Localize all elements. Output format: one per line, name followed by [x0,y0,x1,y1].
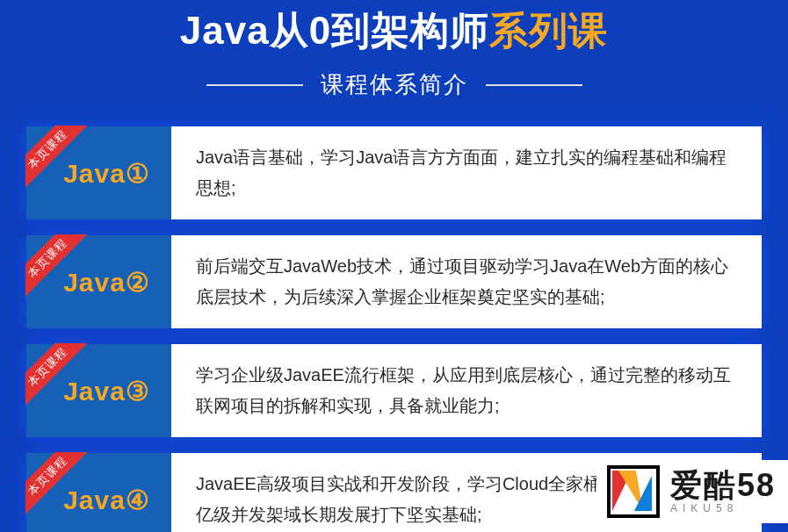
page-header: Java从0到架构师系列课 课程体系简介 [0,0,788,100]
divider-left [206,84,303,86]
card-description: 前后端交互JavaWeb技术，通过项目驱动学习Java在Web方面的核心底层技术… [171,235,762,328]
course-card-2: 本页课程 Java② 前后端交互JavaWeb技术，通过项目驱动学习Java在W… [26,235,762,328]
watermark-text: 爱酷58 AIKU58 [670,470,776,514]
main-title: Java从0到架构师系列课 [180,5,608,57]
stage-label: Java① [63,158,150,189]
watermark-logo-icon [607,465,660,518]
card-left: 本页课程 Java④ [26,453,171,532]
card-left: 本页课程 Java② [26,235,171,328]
card-desc-text: 学习企业级JavaEE流行框架，从应用到底层核心，通过完整的移动互联网项目的拆解… [196,360,737,421]
course-card-3: 本页课程 Java③ 学习企业级JavaEE流行框架，从应用到底层核心，通过完整… [26,344,762,437]
card-description: Java语言基础，学习Java语言方方面面，建立扎实的编程基础和编程思想; [171,126,762,219]
subtitle-row: 课程体系简介 [0,69,788,100]
card-desc-text: Java语言基础，学习Java语言方方面面，建立扎实的编程基础和编程思想; [196,142,737,204]
divider-right [486,84,582,86]
card-description: 学习企业级JavaEE流行框架，从应用到底层核心，通过完整的移动互联网项目的拆解… [171,344,762,437]
course-card-1: 本页课程 Java① Java语言基础，学习Java语言方方面面，建立扎实的编程… [26,126,762,219]
title-part-orange: 系列课 [489,9,608,52]
watermark-sub: AIKU58 [670,503,776,514]
stage-label: Java④ [63,485,150,515]
watermark-main: 爱酷58 [670,470,776,501]
stage-label: Java③ [63,376,150,406]
card-left: 本页课程 Java③ [26,344,171,437]
stage-label: Java② [63,267,150,298]
card-left: 本页课程 Java① [26,126,171,219]
title-part-white: Java从0到架构师 [180,9,489,52]
card-desc-text: 前后端交互JavaWeb技术，通过项目驱动学习Java在Web方面的核心底层技术… [196,251,737,313]
subtitle-text: 课程体系简介 [321,69,468,100]
watermark: 爱酷58 AIKU58 [596,460,788,523]
